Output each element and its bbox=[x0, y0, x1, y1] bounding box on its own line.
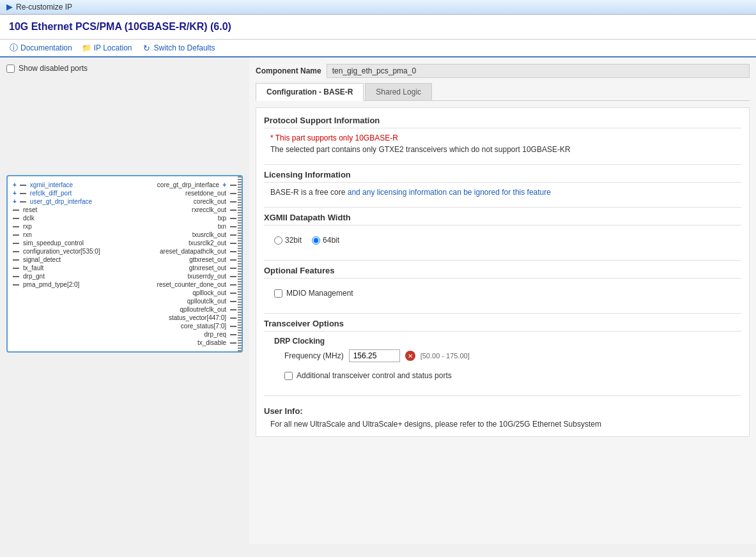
show-disabled-ports-checkbox[interactable] bbox=[6, 65, 15, 73]
show-disabled-ports-row: Show disabled ports bbox=[6, 64, 243, 73]
protocol-section: Protocol Support Information * This part… bbox=[264, 116, 741, 154]
component-diagram: + xgmii_interface + refclk_diff_port + u… bbox=[6, 175, 243, 353]
main-title: 10G Ethernet PCS/PMA (10GBASE-R/KR) (6.0… bbox=[0, 15, 756, 40]
right-port-drp-req: drp_req bbox=[157, 331, 236, 338]
title-bar: ▶ Re-customize IP bbox=[0, 0, 756, 15]
left-port-drp-gnt: drp_gnt bbox=[13, 273, 100, 280]
right-port-coreclk: coreclk_out bbox=[157, 198, 236, 205]
left-port-xgmii: + xgmii_interface bbox=[13, 181, 100, 188]
transceiver-section: Transceiver Options DRP Clocking Frequen… bbox=[264, 319, 741, 385]
switch-to-defaults-link[interactable]: ↻ Switch to Defaults bbox=[143, 43, 215, 52]
info-icon: ⓘ bbox=[9, 43, 18, 52]
left-port-config-vec: configuration_vector[535:0] bbox=[13, 248, 100, 255]
refresh-icon: ↻ bbox=[143, 43, 151, 52]
config-content: Protocol Support Information * This part… bbox=[256, 107, 750, 437]
mdio-checkbox[interactable] bbox=[274, 289, 282, 298]
additional-ports-checkbox[interactable] bbox=[284, 372, 293, 380]
right-ports-container: core_gt_drp_interface + resetdone_out co… bbox=[155, 181, 236, 346]
component-name-row: Component Name ten_gig_eth_pcs_pma_0 bbox=[256, 64, 750, 78]
right-port-reset-counter: reset_counter_done_out bbox=[157, 281, 236, 288]
documentation-link[interactable]: ⓘ Documentation bbox=[9, 43, 72, 52]
freq-row: Frequency (MHz) ✕ [50.00 - 175.00] bbox=[274, 349, 741, 362]
radio-64bit[interactable]: 64bit bbox=[312, 236, 339, 245]
folder-icon: 📁 bbox=[82, 43, 91, 52]
right-panel: Component Name ten_gig_eth_pcs_pma_0 Con… bbox=[249, 57, 756, 544]
right-port-txusrclk: txusrclk_out bbox=[157, 231, 236, 238]
right-port-gttxreset: gttxreset_out bbox=[157, 256, 236, 263]
left-port-refclk: + refclk_diff_port bbox=[13, 190, 100, 197]
left-port-rxp: rxp bbox=[13, 223, 100, 230]
right-port-tx-disable: tx_disable bbox=[157, 339, 236, 346]
drp-clocking-title: DRP Clocking bbox=[274, 337, 741, 346]
left-port-tx-fault: tx_fault bbox=[13, 264, 100, 271]
left-panel: Show disabled ports + xgmii_interface + … bbox=[0, 57, 249, 544]
left-port-reset: reset bbox=[13, 206, 100, 213]
left-ports-container: + xgmii_interface + refclk_diff_port + u… bbox=[13, 181, 103, 346]
licensing-section: Licensing Information BASE-R is a free c… bbox=[264, 170, 741, 197]
optional-title: Optional Features bbox=[264, 266, 741, 278]
right-port-status-vec: status_vector[447:0] bbox=[157, 314, 236, 321]
right-port-qplllock: qplllock_out bbox=[157, 289, 236, 296]
xgmii-radio-group: 32bit 64bit bbox=[264, 231, 741, 250]
show-disabled-ports-label: Show disabled ports bbox=[19, 64, 88, 73]
licensing-text: BASE-R is a free core and any licensing … bbox=[264, 188, 741, 197]
resize-handle[interactable] bbox=[238, 176, 242, 351]
tabs-container: Configuration - BASE-R Shared Logic bbox=[256, 83, 750, 101]
left-port-pma: pma_pmd_type[2:0] bbox=[13, 281, 100, 288]
right-port-areset: areset_datapathclk_out bbox=[157, 248, 236, 255]
additional-ports-label: Additional transceiver control and statu… bbox=[297, 371, 452, 380]
protocol-title: Protocol Support Information bbox=[264, 116, 741, 128]
radio-32bit-input[interactable] bbox=[274, 236, 282, 245]
freq-input[interactable] bbox=[349, 349, 400, 362]
user-info-text: For all new UltraScale and UltraScale+ d… bbox=[264, 420, 741, 429]
freq-label: Frequency (MHz) bbox=[284, 351, 344, 360]
radio-64bit-input[interactable] bbox=[312, 236, 320, 245]
user-info-title: User Info: bbox=[264, 406, 741, 416]
toolbar: ⓘ Documentation 📁 IP Location ↻ Switch t… bbox=[0, 40, 756, 57]
content-area: Show disabled ports + xgmii_interface + … bbox=[0, 57, 756, 544]
left-port-user-gt: + user_gt_drp_interface bbox=[13, 198, 100, 205]
right-port-txp: txp bbox=[157, 215, 236, 222]
right-port-txusrclk2: txusrclk2_out bbox=[157, 240, 236, 247]
right-port-qplloutclk: qplloutclk_out bbox=[157, 298, 236, 305]
right-port-txn: txn bbox=[157, 223, 236, 230]
freq-range: [50.00 - 175.00] bbox=[420, 352, 470, 360]
drp-clocking-subsection: DRP Clocking Frequency (MHz) ✕ [50.00 - … bbox=[274, 337, 741, 385]
freq-clear-button[interactable]: ✕ bbox=[405, 351, 415, 361]
licensing-title: Licensing Information bbox=[264, 170, 741, 183]
additional-ports-row[interactable]: Additional transceiver control and statu… bbox=[274, 366, 741, 385]
tab-shared-logic[interactable]: Shared Logic bbox=[365, 83, 432, 100]
protocol-line1: * This part supports only 10GBASE-R bbox=[264, 134, 741, 142]
left-port-sim: sim_speedup_control bbox=[13, 240, 100, 247]
protocol-line2: The selected part contains only GTXE2 tr… bbox=[264, 145, 741, 154]
transceiver-title: Transceiver Options bbox=[264, 319, 741, 332]
optional-section: Optional Features MDIO Management bbox=[264, 266, 741, 303]
left-port-dclk: dclk bbox=[13, 215, 100, 222]
left-port-signal: signal_detect bbox=[13, 256, 100, 263]
component-name-value: ten_gig_eth_pcs_pma_0 bbox=[327, 64, 750, 78]
ip-location-link[interactable]: 📁 IP Location bbox=[82, 43, 132, 52]
right-port-rxrecclk: rxrecclk_out bbox=[157, 206, 236, 213]
tab-configuration[interactable]: Configuration - BASE-R bbox=[256, 83, 364, 101]
component-name-label: Component Name bbox=[256, 66, 321, 75]
right-port-resetdone: resetdone_out bbox=[157, 190, 236, 197]
right-port-txuserrdy: txuserrdy_out bbox=[157, 273, 236, 280]
mdio-checkbox-row[interactable]: MDIO Management bbox=[264, 284, 741, 303]
xgmii-title: XGMII Datapath Width bbox=[264, 213, 741, 225]
right-port-core-status: core_status[7:0] bbox=[157, 323, 236, 330]
xgmii-section: XGMII Datapath Width 32bit 64bit bbox=[264, 213, 741, 250]
title-bar-label: Re-customize IP bbox=[16, 3, 72, 11]
user-info-section: User Info: For all new UltraScale and Ul… bbox=[264, 406, 741, 429]
radio-32bit[interactable]: 32bit bbox=[274, 236, 302, 245]
right-port-qplloutrefclk: qplloutrefclk_out bbox=[157, 306, 236, 313]
right-port-core-gt: core_gt_drp_interface + bbox=[157, 181, 236, 188]
left-port-rxn: rxn bbox=[13, 231, 100, 238]
mdio-label: MDIO Management bbox=[286, 289, 353, 298]
right-port-gtrxreset: gtrxreset_out bbox=[157, 264, 236, 271]
